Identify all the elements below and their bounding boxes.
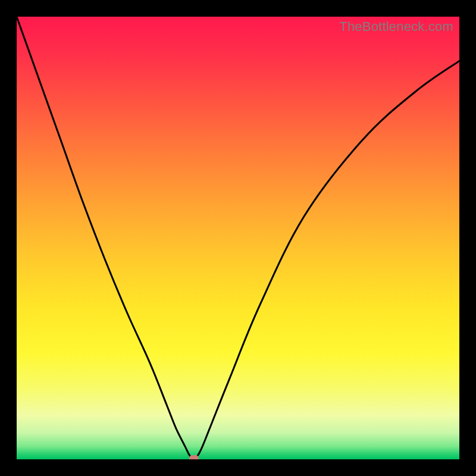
chart-frame: TheBottleneck.com [0, 0, 476, 476]
plot-area: TheBottleneck.com [17, 17, 459, 459]
minimum-marker [189, 455, 199, 459]
bottleneck-curve-path [17, 17, 459, 459]
curve-svg [17, 17, 459, 459]
